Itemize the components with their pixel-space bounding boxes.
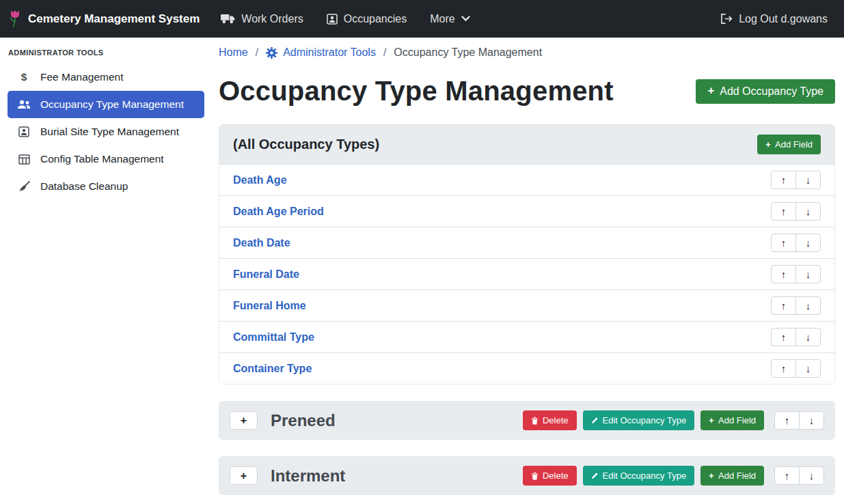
edit-label: Edit Occupancy Type — [603, 415, 687, 425]
sidebar-header: ADMINISTRATOR TOOLS — [0, 43, 212, 64]
add-field-button[interactable]: + Add Field — [700, 410, 764, 430]
field-link-death-date[interactable]: Death Date — [233, 237, 290, 249]
nav-occupancies[interactable]: Occupancies — [315, 13, 419, 25]
move-up-button[interactable]: ↑ — [771, 202, 796, 221]
add-occupancy-type-button[interactable]: + Add Occupancy Type — [696, 79, 835, 104]
trash-icon — [531, 417, 539, 425]
plus-icon: + — [241, 470, 247, 482]
sidebar-item-database-cleanup[interactable]: Database Cleanup — [8, 173, 204, 200]
move-up-button[interactable]: ↑ — [771, 359, 796, 378]
down-arrow-icon: ↓ — [806, 300, 811, 311]
breadcrumb-home-label: Home — [219, 44, 248, 61]
sidebar-item-config-table-management[interactable]: Config Table Management — [8, 145, 204, 173]
down-arrow-icon: ↓ — [806, 206, 811, 216]
truck-icon — [221, 14, 235, 24]
move-up-button[interactable]: ↑ — [774, 466, 800, 485]
move-up-button[interactable]: ↑ — [774, 411, 800, 430]
field-link-death-age-period[interactable]: Death Age Period — [233, 206, 324, 218]
logout-button[interactable]: Log Out d.gowans — [709, 13, 828, 25]
reorder-group: ↑ ↓ — [771, 296, 821, 315]
breadcrumb-admin-tools-label: Administrator Tools — [283, 44, 376, 61]
occupancy-type-section-preneed: + Preneed Delete Edit — [219, 401, 835, 440]
move-down-button[interactable]: ↓ — [795, 265, 821, 283]
nav-more[interactable]: More — [418, 13, 481, 25]
move-down-button[interactable]: ↓ — [795, 296, 821, 315]
card-title: (All Occupancy Types) — [233, 137, 379, 152]
trash-icon — [531, 472, 539, 480]
plus-icon: + — [709, 416, 714, 425]
main-content: Home / Administrator Tools / Occupanc — [212, 38, 844, 504]
delete-button[interactable]: Delete — [523, 466, 577, 486]
delete-button[interactable]: Delete — [523, 410, 577, 430]
down-arrow-icon: ↓ — [806, 363, 811, 374]
navbar-menu: Work Orders Occupancies More — [209, 13, 481, 25]
reorder-group: ↑ ↓ — [774, 411, 824, 430]
users-icon — [16, 100, 31, 109]
move-down-button[interactable]: ↓ — [799, 466, 824, 485]
expand-button[interactable]: + — [230, 411, 258, 430]
field-link-container-type[interactable]: Container Type — [233, 363, 312, 375]
edit-occupancy-type-button[interactable]: Edit Occupancy Type — [583, 466, 695, 486]
down-arrow-icon: ↓ — [809, 415, 815, 425]
expand-button[interactable]: + — [230, 466, 258, 485]
up-arrow-icon: ↑ — [785, 415, 790, 425]
field-row: Funeral Date ↑ ↓ — [219, 258, 834, 290]
pencil-icon — [591, 472, 599, 479]
move-up-button[interactable]: ↑ — [771, 328, 796, 346]
up-arrow-icon: ↑ — [781, 269, 787, 279]
move-down-button[interactable]: ↓ — [799, 411, 824, 430]
field-link-death-age[interactable]: Death Age — [233, 174, 287, 186]
move-up-button[interactable]: ↑ — [771, 265, 796, 283]
field-link-funeral-home[interactable]: Funeral Home — [233, 300, 306, 312]
app-title: Cemetery Management System — [28, 12, 200, 26]
delete-label: Delete — [543, 471, 569, 481]
add-occupancy-type-label: Add Occupancy Type — [720, 85, 823, 98]
sidebar-item-label: Database Cleanup — [40, 180, 128, 193]
reorder-group: ↑ ↓ — [771, 171, 821, 189]
move-up-button[interactable]: ↑ — [771, 171, 796, 189]
field-row: Committal Type ↑ ↓ — [219, 321, 834, 352]
field-link-funeral-date[interactable]: Funeral Date — [233, 268, 299, 281]
move-up-button[interactable]: ↑ — [771, 234, 796, 252]
move-down-button[interactable]: ↓ — [795, 234, 821, 252]
add-field-label: Add Field — [718, 471, 756, 481]
move-down-button[interactable]: ↓ — [795, 359, 821, 378]
sidebar-item-label: Fee Management — [40, 71, 124, 83]
move-up-button[interactable]: ↑ — [771, 296, 796, 315]
edit-occupancy-type-button[interactable]: Edit Occupancy Type — [583, 410, 695, 430]
delete-label: Delete — [543, 415, 569, 425]
sidebar-item-fee-management[interactable]: $ Fee Management — [8, 64, 204, 91]
breadcrumb-separator: / — [383, 44, 386, 61]
breadcrumb-home-link[interactable]: Home — [219, 44, 248, 61]
plus-icon: + — [709, 471, 714, 481]
sidebar-item-burial-site-type-management[interactable]: Burial Site Type Management — [8, 118, 204, 145]
sidebar: ADMINISTRATOR TOOLS $ Fee Management Occ… — [0, 38, 212, 504]
sidebar-item-occupancy-type-management[interactable]: Occupancy Type Management — [8, 91, 204, 118]
down-arrow-icon: ↓ — [806, 269, 811, 279]
add-field-button[interactable]: + Add Field — [700, 466, 764, 486]
move-down-button[interactable]: ↓ — [795, 328, 821, 346]
add-field-button[interactable]: + Add Field — [757, 135, 821, 154]
app-brand[interactable]: Cemetery Management System — [8, 10, 200, 28]
down-arrow-icon: ↓ — [809, 471, 815, 481]
breadcrumb-admin-tools-link[interactable]: Administrator Tools — [266, 44, 376, 61]
nav-work-orders[interactable]: Work Orders — [209, 13, 314, 25]
plus-icon: + — [707, 85, 714, 97]
plus-icon: + — [765, 140, 771, 150]
move-down-button[interactable]: ↓ — [795, 171, 821, 189]
table-icon — [16, 154, 31, 165]
move-down-button[interactable]: ↓ — [795, 202, 821, 221]
all-occupancy-types-card: (All Occupancy Types) + Add Field Death … — [219, 124, 835, 384]
dollar-icon: $ — [16, 71, 31, 83]
person-frame-icon — [16, 126, 31, 137]
breadcrumb-separator: / — [256, 44, 258, 61]
top-navbar: Cemetery Management System Work Orders — [0, 0, 844, 38]
field-row: Container Type ↑ ↓ — [219, 352, 834, 384]
reorder-group: ↑ ↓ — [771, 265, 821, 283]
section-title: Interment — [271, 466, 345, 486]
field-link-committal-type[interactable]: Committal Type — [233, 331, 314, 344]
up-arrow-icon: ↑ — [781, 238, 787, 248]
add-field-label: Add Field — [775, 139, 813, 150]
pencil-icon — [591, 417, 599, 424]
page-title: Occupancy Type Management — [219, 76, 614, 107]
